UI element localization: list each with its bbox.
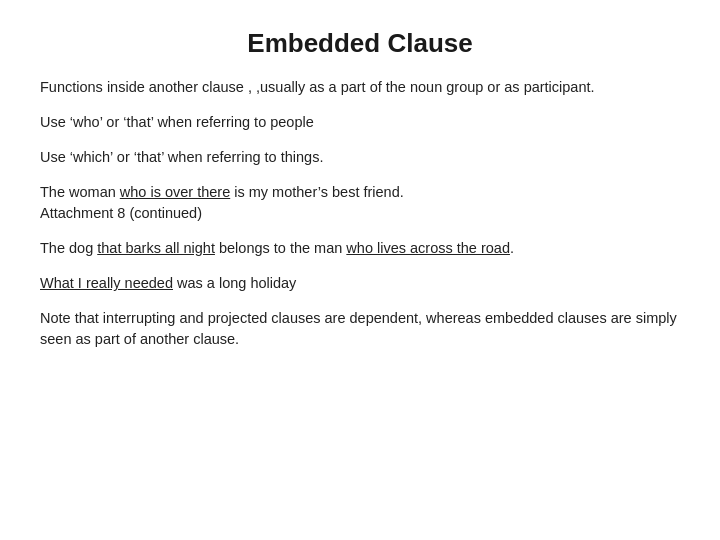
- paragraph-5: The dog that barks all night belongs to …: [40, 238, 680, 259]
- paragraph-2-text: Use ‘who’ or ‘that’ when referring to pe…: [40, 114, 314, 130]
- paragraph-7-text: Note that interrupting and projected cla…: [40, 310, 677, 347]
- paragraph-4-text: The woman who is over there is my mother…: [40, 184, 404, 221]
- paragraph-3-text: Use ‘which’ or ‘that’ when referring to …: [40, 149, 323, 165]
- paragraph-5-text: The dog that barks all night belongs to …: [40, 240, 514, 256]
- page-title: Embedded Clause: [40, 28, 680, 59]
- paragraph-7: Note that interrupting and projected cla…: [40, 308, 680, 350]
- paragraph-2: Use ‘who’ or ‘that’ when referring to pe…: [40, 112, 680, 133]
- paragraph-1: Functions inside another clause , ,usual…: [40, 77, 680, 98]
- page: Embedded Clause Functions inside another…: [0, 0, 720, 540]
- paragraph-1-text: Functions inside another clause , ,usual…: [40, 79, 595, 95]
- paragraph-3: Use ‘which’ or ‘that’ when referring to …: [40, 147, 680, 168]
- paragraph-6: What I really needed was a long holiday: [40, 273, 680, 294]
- paragraph-4: The woman who is over there is my mother…: [40, 182, 680, 224]
- paragraph-6-text: What I really needed was a long holiday: [40, 275, 296, 291]
